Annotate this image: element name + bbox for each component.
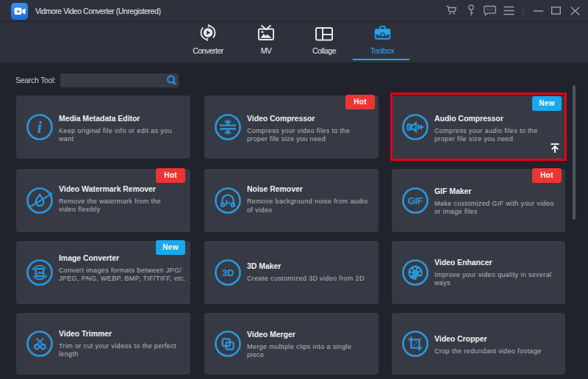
svg-text:GIF: GIF — [408, 195, 423, 206]
svg-text:i: i — [37, 118, 43, 137]
svg-text:3D: 3D — [222, 267, 234, 278]
